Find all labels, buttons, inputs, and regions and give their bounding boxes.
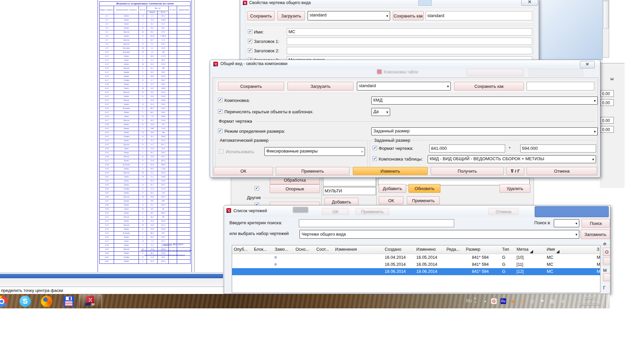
size-mode-combo[interactable]: Заданный размер▼ xyxy=(371,127,598,135)
format-width-input[interactable]: 841.000 xyxy=(429,144,505,153)
get-button[interactable]: Получить xyxy=(431,167,504,175)
column-header[interactable]: Имя◢ xyxy=(547,247,555,252)
column-header[interactable]: Осно... xyxy=(296,247,309,252)
ok-button[interactable]: ОК xyxy=(379,196,404,204)
column-header[interactable]: З xyxy=(597,247,599,252)
hidden-field-0[interactable]: 0.00 xyxy=(600,90,614,97)
modify-button[interactable]: Изменить xyxy=(353,167,428,175)
hidden-objects-combo[interactable]: Да▼ xyxy=(371,108,390,116)
layout-dialog-titlebar[interactable]: Общий вид - свойства компоновки ✕ xyxy=(210,60,600,68)
tray-user-lock-icon[interactable]: ☻ xyxy=(519,298,525,304)
column-header[interactable]: Реда... xyxy=(446,247,460,252)
layout-combo[interactable]: КМД▼ xyxy=(371,97,598,105)
search-in-combo[interactable]: ▼ xyxy=(554,219,579,227)
toggle-all-button[interactable]: ⊽ / Г xyxy=(506,167,524,175)
language-indicator[interactable]: RU xyxy=(466,299,472,303)
size-mode-checkbox[interactable] xyxy=(218,129,222,133)
format-height-input[interactable]: 594.000 xyxy=(520,144,596,153)
language-window-icon[interactable]: ⧉ xyxy=(474,297,476,300)
table-header[interactable]: Опуб...Блок...Замо...Осно...Соот...Измен… xyxy=(232,245,600,254)
ok-button[interactable]: ОК xyxy=(214,167,273,175)
title1-checkbox[interactable] xyxy=(248,39,252,43)
hidden-field-1[interactable]: 0.00 xyxy=(600,99,614,106)
add-button[interactable]: Добавить xyxy=(379,184,406,193)
name-checkbox[interactable] xyxy=(248,29,252,34)
column-header[interactable]: Создано xyxy=(385,247,401,252)
save-as-button[interactable]: Сохранить как xyxy=(454,82,524,90)
chrome-icon[interactable] xyxy=(0,296,7,307)
column-header[interactable]: Опуб... xyxy=(234,247,247,252)
tray-ru-layout-icon[interactable]: Ru xyxy=(500,298,506,304)
language-chevron-icon[interactable]: ▾ xyxy=(475,301,476,304)
column-header[interactable]: Изменения xyxy=(335,247,357,252)
save-as-button[interactable]: Сохранить как xyxy=(393,11,424,20)
use-checkbox[interactable] xyxy=(219,149,223,154)
name-input[interactable]: МС xyxy=(287,28,532,36)
title2-checkbox[interactable] xyxy=(248,48,252,53)
fixed-size-combo[interactable]: Фиксированные размеры▼ xyxy=(264,147,365,156)
column-header[interactable]: Изменено xyxy=(416,247,436,252)
update-button[interactable]: Обновить xyxy=(409,184,440,193)
layout-checkbox[interactable] xyxy=(218,98,222,102)
hidden-field-3[interactable]: 0.00 xyxy=(600,126,614,133)
title2-input[interactable] xyxy=(287,47,532,54)
scrollbar-thumb[interactable] xyxy=(603,1,609,28)
title1-input[interactable] xyxy=(287,38,532,45)
hidden-objects-checkbox[interactable] xyxy=(218,109,222,114)
column-header[interactable]: Тип xyxy=(502,247,509,252)
remember-button[interactable]: Запомнить xyxy=(581,230,610,239)
table-layout-checkbox[interactable] xyxy=(373,157,377,161)
column-header[interactable]: Соот... xyxy=(316,247,329,252)
oporny-checkbox[interactable] xyxy=(255,186,259,190)
side-button-2[interactable] xyxy=(603,257,610,264)
close-button[interactable]: ✕ xyxy=(521,0,538,6)
tray-spiral-icon[interactable]: @ xyxy=(529,298,535,304)
load-button[interactable]: Загрузить xyxy=(287,82,354,90)
format-checkbox[interactable] xyxy=(373,146,377,150)
column-header[interactable]: Блок... xyxy=(254,247,267,252)
column-header[interactable]: Замо... xyxy=(275,247,288,252)
firefox-icon[interactable] xyxy=(41,296,52,307)
drawings-table[interactable]: Опуб...Блок...Замо...Осно...Соот...Измен… xyxy=(232,245,600,293)
column-header[interactable]: Метка◢ xyxy=(517,247,529,252)
close-button[interactable]: ✕ xyxy=(580,61,595,68)
hidden-field-2[interactable]: 0.00 xyxy=(600,117,614,124)
table-row[interactable]: 18.06.201418.06.2014841* 594G[12]МСМ xyxy=(232,268,600,275)
column-header[interactable]: Размер xyxy=(466,247,480,252)
save-button[interactable]: Сохранить xyxy=(218,82,284,90)
save-button[interactable]: Сохранить xyxy=(247,11,275,20)
drawing-properties-titlebar[interactable]: Свойства чертежа общего вида ✕ xyxy=(240,0,539,6)
search-input[interactable] xyxy=(299,219,454,227)
taskbar-clock[interactable]: 20:40 18.06.2014 xyxy=(579,295,600,307)
save-as-input[interactable]: standard xyxy=(426,11,532,20)
show-hidden-icons[interactable]: ▲ xyxy=(482,298,488,304)
drawing-list-titlebar[interactable]: Список чертежей ОК Применить Отмена xyxy=(224,205,610,217)
save-as-input[interactable] xyxy=(527,82,594,90)
profile-combo[interactable]: standard▼ xyxy=(308,11,390,20)
table-row[interactable]: ❄16.04.201416.05.2014841* 594G[10]МСМ xyxy=(232,254,600,261)
show-desktop-button[interactable] xyxy=(605,294,610,308)
side-button-3[interactable] xyxy=(603,273,610,281)
tray-network-icon[interactable]: ▤ xyxy=(549,298,555,304)
save-editor-icon[interactable] xyxy=(63,296,74,307)
tekla-taskbar-button[interactable]: 20 xyxy=(79,294,102,309)
multi-input[interactable]: МУЛЬТИ xyxy=(323,187,376,195)
table-layout-combo[interactable]: КМД - ВИД ОБЩИЙ - ВЕДОМОСТЬ СБОРОК + МЕТ… xyxy=(428,155,596,163)
opornye-button[interactable]: Опорные xyxy=(270,184,320,193)
cancel-button[interactable]: Отмена xyxy=(527,167,597,175)
table-row[interactable]: ❄16.05.201416.05.2014841* 594G[11]МСМ xyxy=(232,261,600,268)
scrollbar-vertical[interactable] xyxy=(602,0,609,58)
skype-icon[interactable]: S xyxy=(19,296,31,307)
tray-volume-icon[interactable]: ◁) xyxy=(559,298,565,304)
side-button-1[interactable]: О xyxy=(603,248,610,256)
profile-combo[interactable]: standard▼ xyxy=(357,82,451,90)
apply-button[interactable]: Применить xyxy=(276,167,350,175)
drawing-set-combo[interactable]: Чертежи общего вида▼ xyxy=(300,230,579,239)
tray-g-icon[interactable]: G xyxy=(491,298,497,304)
load-button[interactable]: Загрузить xyxy=(277,11,305,20)
search-button[interactable]: Поиск xyxy=(582,219,610,228)
tray-flag-icon[interactable]: ⚑ xyxy=(539,298,545,304)
multi-add-button[interactable]: Добавить xyxy=(324,198,359,206)
tray-orange-icon[interactable]: ● xyxy=(510,298,516,304)
apply-button[interactable]: Применить xyxy=(407,196,440,204)
